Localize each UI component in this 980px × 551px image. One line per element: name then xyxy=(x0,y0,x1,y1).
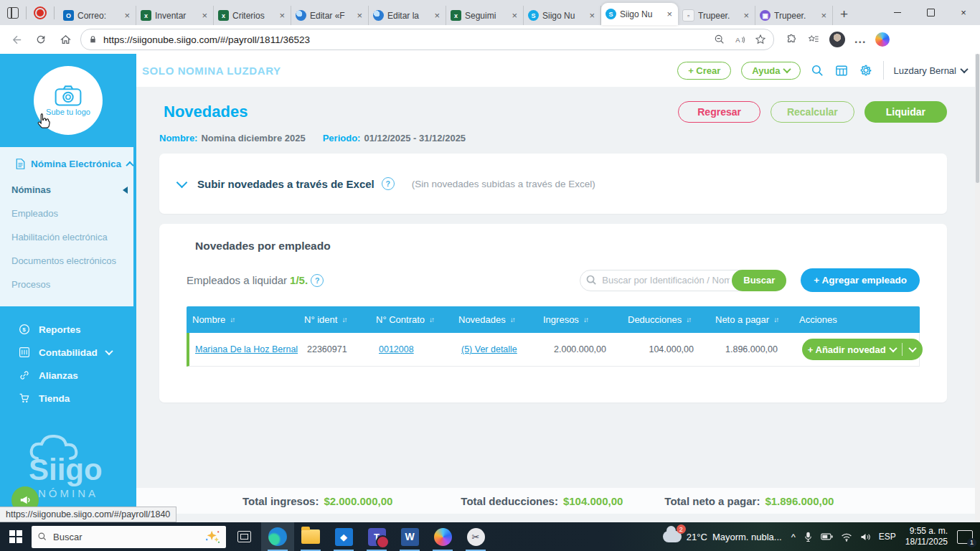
buscar-button[interactable]: Buscar xyxy=(732,270,786,291)
address-bar[interactable]: https://siigonube.siigo.com/#/payroll/18… xyxy=(80,29,774,50)
sort-icon[interactable]: ↓↑ xyxy=(341,316,346,324)
tab-criterios[interactable]: x Criterios × xyxy=(214,6,291,25)
tab-editar-2[interactable]: Editar la × xyxy=(369,6,446,25)
recording-indicator-icon[interactable] xyxy=(34,6,47,19)
tab-close-icon[interactable]: × xyxy=(588,10,596,21)
column-header-deducciones[interactable]: Deducciones↓↑ xyxy=(622,314,710,325)
column-header-nombre[interactable]: Nombre↓↑ xyxy=(187,314,298,325)
regresar-button[interactable]: Regresar xyxy=(678,101,760,123)
taskbar-search[interactable]: Buscar xyxy=(32,526,226,548)
column-header-contrato[interactable]: N° Contrato↓↑ xyxy=(370,314,453,325)
battery-icon[interactable] xyxy=(821,532,833,541)
page-scrollbar[interactable] xyxy=(975,54,980,522)
ver-detalle-link[interactable]: (5) Ver detalle xyxy=(461,344,517,354)
sidebar-section-nomina-electronica[interactable]: Nómina Electrónica xyxy=(0,156,133,178)
speaker-icon[interactable] xyxy=(860,532,871,542)
tab-close-icon[interactable]: × xyxy=(355,10,364,21)
language-indicator[interactable]: ESP xyxy=(879,532,896,542)
close-window-button[interactable]: × xyxy=(947,0,980,25)
ayuda-button[interactable]: Ayuda xyxy=(741,62,800,80)
search-icon[interactable] xyxy=(811,64,824,77)
url-text[interactable]: https://siigonube.siigo.com/#/payroll/18… xyxy=(103,34,708,45)
chevron-down-icon[interactable] xyxy=(176,176,188,188)
tab-editar-1[interactable]: Editar «F × xyxy=(291,6,369,25)
liquidar-button[interactable]: Liquidar xyxy=(864,101,947,123)
tab-close-icon[interactable]: × xyxy=(510,10,519,21)
taskbar-teams[interactable]: T xyxy=(360,522,393,551)
row-actions-dropdown[interactable] xyxy=(903,347,923,352)
zoom-out-icon[interactable] xyxy=(714,34,725,45)
back-icon[interactable] xyxy=(7,30,26,49)
column-header-ingresos[interactable]: Ingresos↓↑ xyxy=(537,314,622,325)
taskbar-clock[interactable]: 9:55 a. m. 18/11/2025 xyxy=(905,526,948,547)
sidebar-item-alianzas[interactable]: Alianzas xyxy=(0,364,136,387)
new-tab-button[interactable]: + xyxy=(833,6,857,25)
browser-profile-avatar[interactable] xyxy=(829,32,845,47)
sort-icon[interactable]: ↓↑ xyxy=(510,316,514,324)
taskbar-word[interactable]: W xyxy=(393,522,426,551)
tab-trupeer-2[interactable]: ▣ Trupeer. × xyxy=(755,6,833,25)
wifi-icon[interactable] xyxy=(841,532,852,542)
start-button[interactable] xyxy=(0,522,32,551)
maximize-button[interactable] xyxy=(914,0,947,25)
tab-seguimiento[interactable]: x Seguimi × xyxy=(446,6,524,25)
column-header-neto[interactable]: Neto a pagar↓↑ xyxy=(710,314,793,325)
weather-widget[interactable]: 2 21°C Mayorm. nubla... xyxy=(663,531,782,542)
sort-icon[interactable]: ↓↑ xyxy=(583,316,588,324)
sidebar-item-reportes[interactable]: $ Reportes xyxy=(0,318,136,341)
taskbar-devapp[interactable]: ◆ xyxy=(327,522,360,551)
microphone-icon[interactable] xyxy=(804,532,813,542)
gear-icon[interactable] xyxy=(859,63,873,77)
refresh-icon[interactable] xyxy=(32,30,50,49)
notification-center-icon[interactable]: 1 xyxy=(957,530,973,544)
sidebar-item-procesos[interactable]: Procesos xyxy=(0,273,133,296)
sort-icon[interactable]: ↓↑ xyxy=(230,316,234,324)
hidden-icons-chevron[interactable]: ^ xyxy=(791,532,796,542)
taskbar-edge[interactable] xyxy=(261,522,294,551)
taskbar-copilot[interactable] xyxy=(426,522,459,551)
tab-close-icon[interactable]: × xyxy=(123,10,131,21)
sidebar-item-habilitacion[interactable]: Habilitación electrónica xyxy=(0,225,133,249)
sort-icon[interactable]: ↓↑ xyxy=(686,316,690,324)
tab-close-icon[interactable]: × xyxy=(665,9,674,19)
tab-close-icon[interactable]: × xyxy=(433,10,441,21)
recalcular-button[interactable]: Recalcular xyxy=(771,101,854,123)
tab-inventario[interactable]: x Inventar × xyxy=(136,6,214,25)
tab-trupeer-1[interactable]: ▫ Trupeer. × xyxy=(678,6,755,25)
contract-link[interactable]: 0012008 xyxy=(379,344,414,354)
help-icon[interactable]: ? xyxy=(382,177,395,190)
home-icon[interactable] xyxy=(56,30,75,49)
sidebar-item-nominas[interactable]: Nóminas xyxy=(0,178,133,202)
sort-icon[interactable]: ↓↑ xyxy=(429,316,433,324)
crear-button[interactable]: + Crear xyxy=(677,62,731,80)
taskbar-snipping[interactable]: ✂ xyxy=(459,522,492,551)
help-icon[interactable]: ? xyxy=(311,274,324,287)
copilot-icon[interactable] xyxy=(875,32,890,47)
read-aloud-icon[interactable]: A xyxy=(734,34,746,45)
sort-icon[interactable]: ↓↑ xyxy=(773,316,778,324)
sidebar-item-empleados[interactable]: Empleados xyxy=(0,202,133,225)
employee-name-link[interactable]: Mariana De la Hoz Bernal xyxy=(195,344,298,354)
favorite-star-icon[interactable] xyxy=(755,34,766,45)
tab-siigo-1[interactable]: S Siigo Nu × xyxy=(524,6,601,25)
tab-siigo-active[interactable]: S Siigo Nu × xyxy=(601,3,678,25)
anadir-novedad-main[interactable]: + Añadir novedad xyxy=(802,344,902,355)
tab-search-icon[interactable] xyxy=(7,7,19,19)
taskbar-explorer[interactable] xyxy=(294,522,327,551)
collections-icon[interactable] xyxy=(807,34,820,45)
apps-grid-icon[interactable] xyxy=(834,64,849,77)
extensions-icon[interactable] xyxy=(786,34,798,46)
tab-close-icon[interactable]: × xyxy=(742,10,750,21)
sidebar-item-tienda[interactable]: Tienda xyxy=(0,387,136,410)
tab-close-icon[interactable]: × xyxy=(278,10,286,21)
column-header-ident[interactable]: N° ident↓↑ xyxy=(298,314,370,325)
task-view-icon[interactable] xyxy=(237,531,251,542)
column-header-novedades[interactable]: Novedades↓↑ xyxy=(453,314,537,325)
sidebar-item-contabilidad[interactable]: Contabilidad xyxy=(0,341,136,364)
tab-correo[interactable]: O Correo: × xyxy=(59,6,136,25)
user-menu[interactable]: Luzdary Bernal xyxy=(894,65,967,76)
tab-close-icon[interactable]: × xyxy=(200,10,209,21)
minimize-button[interactable] xyxy=(881,0,914,25)
sidebar-item-documentos[interactable]: Documentos electrónicos xyxy=(0,249,133,273)
browser-menu-icon[interactable]: ... xyxy=(854,33,866,46)
